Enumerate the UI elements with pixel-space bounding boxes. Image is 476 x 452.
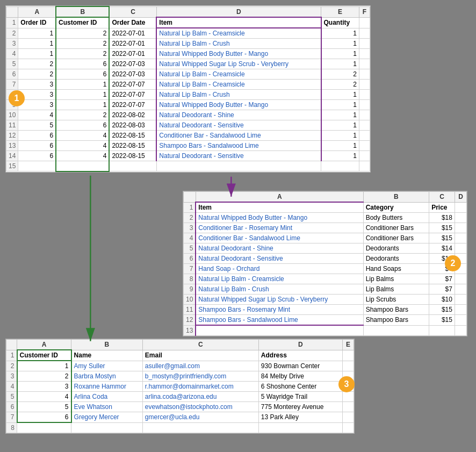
col-c2-header: C	[429, 192, 455, 203]
empty-d	[455, 284, 466, 295]
customer-id-cell: 1	[56, 90, 109, 100]
empty-f	[359, 120, 370, 131]
name-cell: Gregory Mercer	[71, 412, 143, 423]
quantity-cell	[321, 161, 359, 171]
category-cell: Hand Soaps	[363, 264, 429, 274]
row-num: 2	[6, 28, 18, 39]
empty-d	[455, 305, 466, 315]
item-cell-t2: Natural Lip Balm - Creamsicle	[196, 274, 363, 284]
name-cell: Barbra Mostyn	[71, 371, 143, 382]
table-row: 2 Natural Whipped Body Butter - Mango Bo…	[184, 213, 467, 223]
row-num: 6	[6, 402, 17, 412]
category-cell: Shampoo Bars	[363, 315, 429, 326]
email-header-t3: Email	[142, 350, 258, 361]
item-cell: Natural Deodorant - Shine	[156, 110, 321, 120]
customer-id-cell: 4	[56, 131, 109, 141]
category-cell	[363, 325, 429, 335]
row-num: 6	[184, 254, 196, 264]
table-row: 13	[184, 325, 467, 335]
price-cell: $15	[429, 233, 455, 243]
col-a3-header: A	[17, 340, 71, 350]
empty-d	[455, 233, 466, 243]
order-date-cell: 2022-08-15	[109, 131, 156, 141]
customer-id-cell: 2	[56, 49, 109, 59]
item-cell: Natural Whipped Body Butter - Mango	[156, 49, 321, 59]
item-cell: Natural Lip Balm - Crush	[156, 39, 321, 49]
order-id-header: Order ID	[18, 17, 56, 28]
quantity-cell: 1	[321, 110, 359, 120]
category-cell: Conditioner Bars	[363, 223, 429, 233]
empty-d	[455, 213, 466, 223]
customer-id-cell: 2	[56, 110, 109, 120]
price-cell: $10	[429, 295, 455, 305]
name-cell	[71, 422, 143, 433]
row-num-1-t3: 1	[6, 350, 17, 361]
row-num: 2	[184, 213, 196, 223]
order-date-cell: 2022-08-15	[109, 141, 156, 151]
item-cell: Natural Lip Balm - Creamsicle	[156, 28, 321, 39]
table-row: 2 1 2 2022-07-01 Natural Lip Balm - Crea…	[6, 28, 370, 39]
quantity-cell: 1	[321, 151, 359, 161]
row-num: 12	[6, 131, 18, 141]
table-row: 4 1 2 2022-07-01 Natural Whipped Body Bu…	[6, 49, 370, 59]
order-date-cell: 2022-07-01	[109, 28, 156, 39]
order-id-cell: 5	[18, 120, 56, 131]
address-cell: 5 Wayridge Trail	[258, 392, 342, 402]
email-cell: b_mostyn@printfriendly.com	[142, 371, 258, 382]
quantity-cell: 1	[321, 100, 359, 110]
empty-f	[359, 161, 370, 171]
col-b2-header: B	[363, 192, 429, 203]
corner-cell-3	[6, 340, 17, 350]
empty-f	[359, 28, 370, 39]
row-num: 15	[6, 161, 18, 171]
empty-e	[342, 412, 354, 423]
row-num: 8	[184, 274, 196, 284]
category-cell: Lip Balms	[363, 274, 429, 284]
col-d2-header: D	[455, 192, 466, 203]
empty-f	[359, 100, 370, 110]
price-cell: $15	[429, 315, 455, 326]
address-header-t3: Address	[258, 350, 342, 361]
empty-f	[359, 39, 370, 49]
empty-f	[359, 141, 370, 151]
empty-f	[359, 131, 370, 141]
order-id-cell: 1	[18, 28, 56, 39]
address-cell	[258, 422, 342, 433]
customer-id-header-t3: Customer ID	[17, 350, 71, 361]
customer-id-cell: 6	[56, 120, 109, 131]
customer-id-cell-t3: 6	[17, 412, 71, 423]
table-row: 3 1 2 2022-07-01 Natural Lip Balm - Crus…	[6, 39, 370, 49]
row-num: 13	[6, 141, 18, 151]
customer-id-cell: 2	[56, 28, 109, 39]
empty-d	[455, 295, 466, 305]
price-header-t2: Price	[429, 202, 455, 213]
col-c-header: C	[109, 6, 156, 17]
table-row: 3 2 Barbra Mostyn b_mostyn@printfriendly…	[6, 371, 354, 382]
quantity-cell: 1	[321, 120, 359, 131]
category-cell: Lip Balms	[363, 284, 429, 295]
quantity-cell: 2	[321, 80, 359, 90]
col-d3-header: D	[258, 340, 342, 350]
category-cell: Deodorants	[363, 243, 429, 254]
table-row: 5 Natural Deodorant - Shine Deodorants $…	[184, 243, 467, 254]
table-row: 7 Hand Soap - Orchard Hand Soaps $6	[184, 264, 467, 274]
col-a2-header: A	[196, 192, 363, 203]
row-num: 5	[6, 392, 17, 402]
order-id-cell: 6	[18, 141, 56, 151]
empty-f	[359, 69, 370, 80]
price-cell: $7	[429, 274, 455, 284]
row-num: 6	[6, 69, 18, 80]
empty-e	[342, 402, 354, 412]
row-num: 2	[6, 361, 17, 371]
row-num: 5	[6, 59, 18, 69]
email-cell	[142, 422, 258, 433]
item-cell: Natural Whipped Body Butter - Mango	[156, 100, 321, 110]
address-cell: 775 Monterey Avenue	[258, 402, 342, 412]
row-num: 7	[184, 264, 196, 274]
row-num: 12	[184, 315, 196, 326]
table-row: 3 Conditioner Bar - Rosemary Mint Condit…	[184, 223, 467, 233]
row-num: 11	[6, 120, 18, 131]
row-num-1-t2: 1	[184, 202, 196, 213]
table-row: 8 Natural Lip Balm - Creamsicle Lip Balm…	[184, 274, 467, 284]
address-cell: 84 Melby Drive	[258, 371, 342, 382]
